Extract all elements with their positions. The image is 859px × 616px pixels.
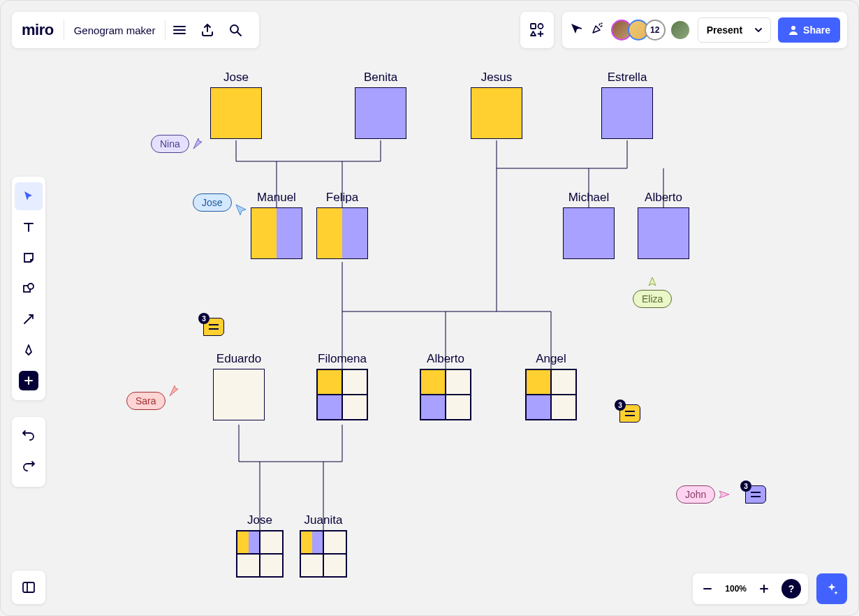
ai-button[interactable] — [816, 573, 847, 604]
cursor-icon — [718, 488, 730, 501]
cursor-jose: Jose — [193, 193, 247, 212]
help-button[interactable]: ? — [781, 579, 801, 599]
node-label: Eduardo — [213, 352, 265, 366]
node-manuel[interactable]: Manuel — [251, 191, 302, 259]
comment-bubble[interactable]: 3 — [203, 318, 224, 336]
text-tool[interactable] — [15, 213, 43, 241]
node-angel[interactable]: Angel — [525, 352, 577, 420]
node-label: Estrella — [601, 71, 653, 85]
zoom-panel: 100% ? — [693, 573, 808, 604]
svg-point-2 — [538, 24, 543, 29]
node-label: Manuel — [251, 191, 302, 205]
node-label: Jesus — [471, 71, 522, 85]
history-panel — [12, 417, 45, 487]
search-icon[interactable] — [221, 16, 249, 44]
menu-icon[interactable] — [166, 16, 193, 44]
node-label: Jose — [210, 71, 262, 85]
add-tool[interactable] — [19, 371, 38, 390]
share-label: Share — [803, 24, 830, 36]
avatar[interactable] — [670, 20, 691, 41]
canvas[interactable]: Jose Benita Jesus Estrella Manuel Felipa… — [1, 1, 858, 615]
cursor-sara: Sara — [126, 392, 181, 410]
node-alberto2[interactable]: Alberto — [420, 352, 471, 420]
node-label: Angel — [525, 352, 577, 366]
comment-bubble[interactable]: 3 — [745, 485, 766, 504]
board-name[interactable]: Genogram maker — [74, 24, 156, 36]
node-label: Alberto — [420, 352, 471, 366]
node-label: Benita — [355, 71, 406, 85]
node-eduardo[interactable]: Eduardo — [213, 352, 265, 420]
zoom-value[interactable]: 100% — [725, 584, 747, 594]
node-label: Jose — [236, 513, 284, 527]
node-jose1[interactable]: Jose — [210, 71, 262, 139]
svg-rect-6 — [23, 582, 34, 592]
shape-tool[interactable] — [15, 274, 43, 302]
cursor-icon — [235, 203, 247, 216]
select-tool[interactable] — [15, 182, 43, 210]
undo-button[interactable] — [15, 423, 43, 450]
present-label: Present — [707, 24, 742, 36]
cursor-label: John — [676, 485, 715, 504]
node-jose2[interactable]: Jose — [236, 513, 284, 578]
node-juanita[interactable]: Juanita — [300, 513, 347, 578]
node-label: Alberto — [638, 191, 689, 205]
cursor-john: John — [676, 485, 730, 504]
svg-point-3 — [791, 26, 795, 30]
node-benita[interactable]: Benita — [355, 71, 406, 139]
node-filomena[interactable]: Filomena — [316, 352, 368, 420]
arrow-tool[interactable] — [15, 305, 43, 333]
sticky-tool[interactable] — [15, 244, 43, 272]
cursor-eliza: Eliza — [633, 276, 672, 308]
panel-toggle-button[interactable] — [12, 571, 45, 604]
export-icon[interactable] — [193, 16, 221, 44]
node-label: Felipa — [316, 191, 368, 205]
avatar-overflow-count[interactable]: 12 — [645, 20, 666, 41]
cursor-nina: Nina — [151, 135, 205, 153]
miro-logo[interactable]: miro — [22, 21, 54, 39]
node-label: Filomena — [316, 352, 368, 366]
redo-button[interactable] — [15, 453, 43, 481]
pen-tool[interactable] — [15, 336, 43, 364]
cursor-label: Sara — [126, 392, 166, 410]
cursor-tool-icon[interactable] — [569, 22, 583, 38]
apps-button[interactable] — [520, 12, 554, 48]
divider — [64, 20, 64, 40]
avatar-stack[interactable]: 12 — [611, 20, 691, 41]
tool-sidebar — [12, 177, 45, 400]
chevron-down-icon — [755, 27, 762, 34]
comment-count: 3 — [615, 399, 626, 411]
node-felipa[interactable]: Felipa — [316, 191, 368, 259]
comment-count: 3 — [198, 313, 210, 324]
cursor-icon — [168, 385, 181, 397]
node-label: Michael — [563, 191, 615, 205]
svg-point-5 — [28, 284, 34, 289]
svg-rect-1 — [531, 24, 536, 29]
node-jesus[interactable]: Jesus — [471, 71, 522, 139]
cursor-icon — [646, 276, 659, 288]
present-button[interactable]: Present — [698, 17, 771, 43]
node-alberto1[interactable]: Alberto — [638, 191, 689, 259]
cursor-label: Jose — [193, 193, 232, 212]
node-label: Juanita — [300, 513, 347, 527]
zoom-out-button[interactable] — [700, 581, 715, 596]
comment-bubble[interactable]: 3 — [619, 404, 640, 423]
node-estrella[interactable]: Estrella — [601, 71, 653, 139]
cursor-icon — [192, 138, 205, 150]
person-icon — [788, 24, 799, 36]
share-button[interactable]: Share — [778, 17, 840, 43]
zoom-in-button[interactable] — [756, 581, 772, 596]
cursor-label: Nina — [151, 135, 189, 153]
comment-count: 3 — [740, 481, 751, 492]
node-michael[interactable]: Michael — [563, 191, 615, 259]
connectors — [1, 1, 859, 616]
cursor-label: Eliza — [633, 290, 672, 308]
celebrate-icon[interactable] — [590, 22, 604, 38]
